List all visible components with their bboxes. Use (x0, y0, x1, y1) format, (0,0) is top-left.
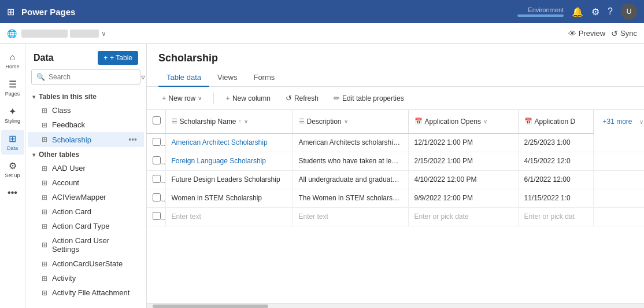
sidebar-item-action-card-user-settings[interactable]: ⊞ Action Card User Settings (28, 233, 144, 256)
scholarship-name-sort-icon[interactable]: ↑ (239, 118, 242, 124)
row1-description: American Architects scholarship is... (293, 133, 408, 152)
activity-icon: ⊞ (42, 274, 47, 283)
row3-description: All undergraduate and graduate s... (293, 170, 408, 189)
row2-scholarship-name[interactable]: Foreign Language Scholarship (165, 152, 293, 170)
sidebar-item-aad-user[interactable]: ⊞ AAD User (28, 161, 144, 175)
nav-more[interactable]: ••• (1, 184, 24, 201)
tables-in-site-header[interactable]: ▾ Tables in this site (25, 89, 146, 103)
table-row-empty: Enter text Enter text Enter or pick date… (147, 207, 644, 226)
scholarship-dots-icon[interactable]: ••• (128, 135, 137, 144)
new-row-button[interactable]: + New row ∨ (156, 91, 208, 105)
url-bar[interactable]: ∨ (21, 30, 106, 38)
tab-table-data[interactable]: Table data (158, 69, 209, 87)
row3-check (147, 170, 165, 189)
select-all-checkbox[interactable] (153, 116, 161, 124)
sidebar-item-activity-file-attachment[interactable]: ⊞ Activity File Attachment (28, 285, 144, 300)
table-row: Women in STEM Scholarship The Women in S… (147, 189, 644, 207)
url-part-1 (21, 30, 68, 38)
empty-application-d[interactable]: Enter or pick dat (518, 207, 593, 226)
scholarship-name-filter-icon[interactable]: ∨ (244, 118, 248, 124)
nav-home[interactable]: ⌂ Home (1, 49, 24, 73)
row3-scholarship-name[interactable]: Future Design Leaders Scholarship (165, 170, 293, 189)
row2-application-d: 4/15/2022 12:0 (518, 152, 593, 170)
edit-table-button[interactable]: ✏ Edit table properties (328, 91, 410, 105)
nav-setup[interactable]: ⚙ Set up (1, 157, 24, 182)
row2-checkbox[interactable] (153, 156, 161, 164)
filter-icon[interactable]: ▿ (141, 72, 145, 82)
preview-btn[interactable]: 👁 Preview (568, 29, 605, 38)
empty-description[interactable]: Enter text (293, 207, 408, 226)
tab-views[interactable]: Views (209, 69, 245, 87)
add-table-button[interactable]: + + Table (98, 51, 138, 65)
application-opens-col-icon: 📅 (414, 118, 423, 125)
sidebar-item-action-card[interactable]: ⊞ Action Card (28, 204, 144, 219)
search-input[interactable] (49, 73, 135, 81)
notification-icon[interactable]: 🔔 (572, 6, 583, 17)
row1-checkbox[interactable] (153, 138, 161, 146)
url-part-2 (70, 30, 99, 38)
horizontal-scrollbar[interactable] (147, 303, 644, 308)
env-progress-bar (517, 14, 564, 17)
sidebar-item-actioncard-user-state[interactable]: ⊞ ActionCardUserState (28, 256, 144, 271)
nav-pages[interactable]: ☰ Pages (1, 75, 24, 100)
nav-data-label: Data (7, 145, 18, 151)
row1-check (147, 133, 165, 152)
env-label: Environment (528, 6, 564, 13)
nav-data[interactable]: ⊞ Data (1, 130, 24, 155)
row4-scholarship-name[interactable]: Women in STEM Scholarship (165, 189, 293, 207)
avatar[interactable]: U (621, 3, 637, 20)
col-header-extra: +31 more ∨ + (593, 110, 644, 133)
row1-application-d: 2/25/2023 1:00 (518, 133, 593, 152)
sidebar-item-action-card-type[interactable]: ⊞ Action Card Type (28, 219, 144, 233)
more-columns-chevron[interactable]: ∨ (639, 119, 643, 125)
sidebar-item-action-card-label: Action Card (52, 207, 91, 216)
empty-application-opens[interactable]: Enter or pick date (408, 207, 518, 226)
data-icon: ⊞ (9, 133, 16, 144)
styling-icon: ✦ (9, 106, 16, 117)
row4-description: The Women in STEM scholarship i... (293, 189, 408, 207)
new-column-button[interactable]: + New column (220, 91, 276, 105)
sidebar-item-action-card-user-settings-label: Action Card User Settings (52, 236, 137, 254)
content-header: Scholarship Table data Views Forms (147, 44, 644, 87)
new-row-chevron[interactable]: ∨ (198, 95, 202, 101)
subbar: 🌐 ∨ 👁 Preview ↺ Sync (0, 23, 644, 44)
application-opens-col-label: Application Opens (425, 118, 481, 126)
sidebar: Data + + Table 🔍 ▿ ▾ Tables in this site… (25, 44, 147, 308)
url-chevron[interactable]: ∨ (101, 30, 106, 38)
application-opens-filter-icon[interactable]: ∨ (483, 118, 487, 124)
sync-btn[interactable]: ↺ Sync (611, 29, 637, 38)
sidebar-search-box[interactable]: 🔍 ▿ (31, 69, 140, 85)
col-header-application-opens: 📅 Application Opens ∨ (408, 110, 518, 133)
tab-forms[interactable]: Forms (245, 69, 283, 87)
page-title: Scholarship (158, 52, 632, 64)
sidebar-item-aciviewmapper[interactable]: ⊞ ACIViewMapper (28, 190, 144, 204)
other-tables-header[interactable]: ▾ Other tables (25, 147, 146, 161)
empty-row-checkbox[interactable] (153, 212, 161, 220)
sidebar-title: Data (34, 53, 54, 63)
row3-checkbox[interactable] (153, 175, 161, 183)
sidebar-item-scholarship[interactable]: ⊞ Scholarship ••• (28, 132, 144, 147)
sidebar-item-class[interactable]: ⊞ Class (28, 103, 144, 118)
sidebar-item-activity[interactable]: ⊞ Activity (28, 271, 144, 285)
sidebar-item-aad-user-label: AAD User (52, 164, 86, 173)
scrollbar-thumb[interactable] (153, 305, 268, 308)
table-row: Future Design Leaders Scholarship All un… (147, 170, 644, 189)
feedback-table-icon: ⊞ (42, 121, 47, 129)
sidebar-item-activity-label: Activity (52, 274, 76, 283)
new-row-label: New row (169, 94, 196, 102)
sidebar-item-feedback[interactable]: ⊞ Feedback (28, 118, 144, 132)
description-filter-icon[interactable]: ∨ (344, 118, 348, 124)
sidebar-item-account[interactable]: ⊞ Account (28, 175, 144, 190)
sidebar-item-actioncard-user-state-label: ActionCardUserState (52, 259, 123, 268)
settings-icon[interactable]: ⚙ (591, 6, 599, 17)
refresh-button[interactable]: ↺ Refresh (280, 91, 324, 105)
apps-icon[interactable]: ⊞ (7, 6, 14, 17)
more-columns-button[interactable]: +31 more (599, 115, 636, 128)
row1-scholarship-name[interactable]: American Architect Scholarship (165, 133, 293, 152)
tables-in-site-label: Tables in this site (39, 93, 97, 101)
nav-styling[interactable]: ✦ Styling (1, 102, 24, 127)
help-icon[interactable]: ? (608, 6, 613, 17)
empty-scholarship-name[interactable]: Enter text (165, 207, 293, 226)
row4-checkbox[interactable] (153, 193, 161, 201)
empty-row-check (147, 207, 165, 226)
